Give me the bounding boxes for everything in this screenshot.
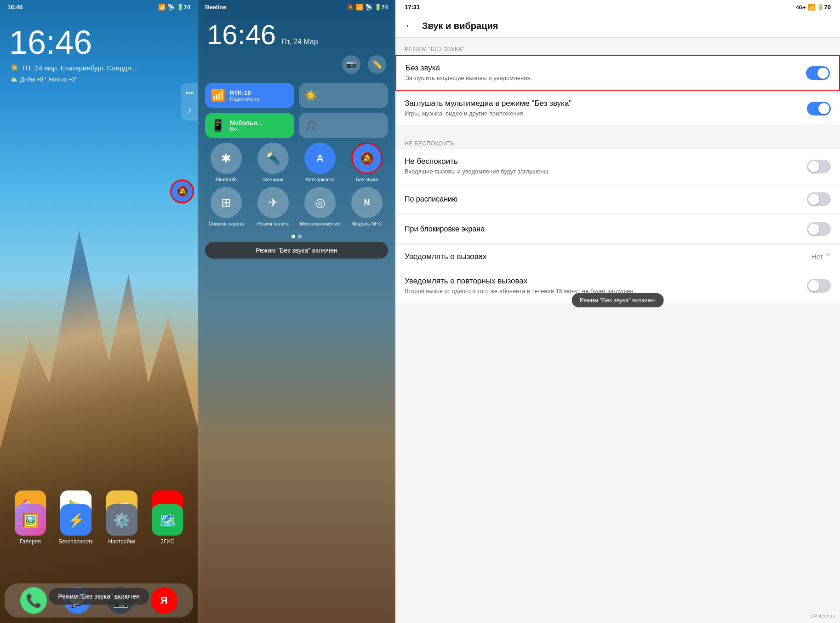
cc-btn-airplane[interactable]: ✈ Режим полета [252, 187, 294, 226]
settings-icon-ls[interactable]: ⚙️ [106, 504, 137, 536]
app-security[interactable]: ⚡ Безопасность [55, 504, 97, 545]
flashlight-label: Фонарик [263, 177, 283, 182]
settings-toast-overlay: Режим "Без звука" включен [571, 293, 664, 307]
airplane-label: Режим полета [257, 221, 290, 226]
cc-signal-icon: 📶 [356, 4, 363, 11]
cc-wifi-sub: Подключено [230, 96, 259, 102]
lockscreen-toggle[interactable] [807, 222, 831, 236]
cc-btn-bluetooth[interactable]: ✱ Bluetooth [205, 143, 247, 182]
cc-edit-btn[interactable]: ✏️ [368, 55, 386, 74]
ls-dots-icon[interactable]: ••• [183, 87, 196, 99]
screenshot-label: Снимок экрана [209, 221, 244, 226]
mute-row: Без звука Заглушить входящие вызовы и ув… [406, 63, 830, 82]
cc-tile-off2-icon: 🎵 [304, 120, 317, 132]
lockscreen-weather: ⛅ Днём +8° Ночью +2° [0, 74, 198, 85]
repeat-calls-card: Уведомлять о повторных вызовах Второй вы… [395, 269, 840, 303]
mute-btn-circle[interactable]: 🔕 [351, 143, 383, 174]
brightness-btn-circle[interactable]: A [304, 143, 336, 174]
cc-mobile-sub: Вкл. [230, 126, 262, 132]
lockscreen-toggle-knob [808, 224, 819, 235]
section-mute-label: РЕЖИМ "БЕЗ ЗВУКА" [395, 38, 840, 55]
dock-phone[interactable]: 📞 [20, 587, 47, 614]
mute-toggle[interactable] [806, 66, 830, 80]
cc-date: Пт, 24 Мар [281, 38, 318, 46]
ls-music-icon[interactable]: ♪ [183, 104, 196, 117]
cc-buttons-row1: ✱ Bluetooth 🔦 Фонарик A Автояркость 🔕 Бе… [198, 143, 395, 187]
settings-status-time: 17:31 [405, 4, 420, 11]
bluetooth-btn-circle[interactable]: ✱ [211, 143, 242, 174]
cc-mobile-tile[interactable]: 📱 Мобильн... Вкл. [205, 113, 294, 138]
cc-camera-btn[interactable]: 📷 [342, 55, 360, 74]
settings-status-icons: 4G+ 📶 🔋70 [796, 4, 831, 11]
repeat-calls-toggle[interactable] [807, 279, 831, 293]
lockscreen-toast: Режим "Без звука" включен [49, 588, 149, 605]
notify-calls-value-text: Нет [811, 253, 823, 260]
location-btn-circle[interactable]: ◎ [304, 187, 336, 218]
notify-calls-value: Нет ⌃ [811, 253, 831, 261]
ls-status-icons: 📶 📡 🔋74 [158, 4, 190, 11]
cc-wifi-name: RTK-19 [230, 89, 259, 96]
notify-calls-row[interactable]: Уведомлять о вызовах Нет ⌃ [395, 245, 840, 269]
weather-night: Ночью +2° [49, 76, 78, 83]
cc-tile-off2[interactable]: 🎵 [299, 113, 388, 138]
cc-tiles-grid: 📶 RTK-19 Подключено ☀️ 📱 Мобильн... Вкл.… [198, 78, 395, 143]
cc-status-bar: Beeline 🔕 📶 📡 🔋74 [198, 0, 395, 14]
mute-media-toggle-knob [818, 103, 829, 114]
cloud-icon: ⛅ [10, 76, 17, 83]
app-2gis[interactable]: 🗺️ 2ГИС [147, 504, 189, 545]
dnd-toggle-knob [808, 161, 819, 172]
airplane-btn-circle[interactable]: ✈ [257, 187, 289, 218]
mute-media-sub: Игры, музыка, видео и другие приложения. [405, 110, 571, 118]
mute-media-card: Заглушать мультимедиа в режиме "Без звук… [395, 92, 840, 126]
lockscreen-setting-title: При блокировке экрана [405, 225, 485, 233]
security-icon[interactable]: ⚡ [60, 504, 91, 536]
cc-top-icons: 📷 ✏️ [198, 55, 395, 78]
back-button[interactable]: ← [405, 20, 415, 32]
mute-media-toggle[interactable] [807, 102, 831, 115]
lockscreen-date: ☀️ ПТ, 24 мар. Екатеринбург, Свердл... [0, 61, 198, 74]
dot-1 [291, 235, 295, 238]
cc-page-dots [198, 231, 395, 242]
weather-day: Днём +8° [20, 76, 46, 83]
dnd-toggle[interactable] [807, 160, 831, 173]
cc-btn-brightness[interactable]: A Автояркость [299, 143, 341, 182]
cc-btn-flashlight[interactable]: 🔦 Фонарик [252, 143, 294, 182]
flashlight-btn-circle[interactable]: 🔦 [257, 143, 289, 174]
ls-battery-icon: 🔋74 [177, 4, 190, 11]
dock-yandex[interactable]: Я [151, 587, 177, 614]
cc-mute-status-icon: 🔕 [347, 4, 354, 11]
lockscreen-row: При блокировке экрана [405, 222, 831, 236]
app-settings-ls[interactable]: ⚙️ Настройки [101, 504, 143, 545]
repeat-calls-toggle-knob [808, 280, 819, 291]
cc-btn-location[interactable]: ◎ Местоположение [299, 187, 341, 226]
notify-calls-title: Уведомлять о вызовах [405, 252, 487, 261]
nfc-label: Модуль NFC [352, 221, 382, 226]
cc-wifi-tile[interactable]: 📶 RTK-19 Подключено [205, 83, 294, 108]
gallery-icon[interactable]: 🖼️ [15, 504, 46, 536]
watermark: 24hitech.ru [811, 613, 835, 618]
gallery-label: Галерея [20, 538, 41, 545]
mute-toggle-knob [817, 68, 829, 79]
cc-content: Beeline 🔕 📶 📡 🔋74 16:46 Пт, 24 Мар 📷 ✏️ … [198, 0, 395, 623]
schedule-toggle[interactable] [807, 192, 831, 206]
mute-sub: Заглушить входящие вызовы и уведомления. [406, 74, 532, 82]
cc-btn-nfc[interactable]: N Модуль NFC [346, 187, 388, 226]
nfc-btn-circle[interactable]: N [351, 187, 383, 218]
repeat-calls-title: Уведомлять о повторных вызовах [405, 277, 635, 286]
ls-side-buttons[interactable]: ••• ♪ [181, 83, 198, 121]
section-dnd-label: НЕ БЕСПОКОИТЬ [395, 132, 840, 150]
screenshot-btn-circle[interactable]: ⊞ [211, 187, 242, 218]
mute-icon: 🔕 [176, 185, 189, 197]
cc-btn-screenshot[interactable]: ⊞ Снимок экрана [205, 187, 247, 226]
cc-mobile-name: Мобильн... [230, 119, 262, 126]
cc-tile-off1[interactable]: ☀️ [299, 83, 388, 108]
2gis-icon[interactable]: 🗺️ [152, 504, 183, 536]
ls-mute-button[interactable]: 🔕 [170, 179, 194, 203]
app-gallery[interactable]: 🖼️ Галерея [9, 504, 51, 545]
settings-header: ← Звук и вибрация [395, 14, 840, 38]
2gis-label: 2ГИС [160, 538, 174, 545]
cc-btn-mute[interactable]: 🔕 Без звука [346, 143, 388, 182]
settings-signal-icon: 📶 [808, 4, 815, 11]
dot-2 [298, 235, 302, 238]
settings-4g-icon: 4G+ [796, 5, 806, 10]
